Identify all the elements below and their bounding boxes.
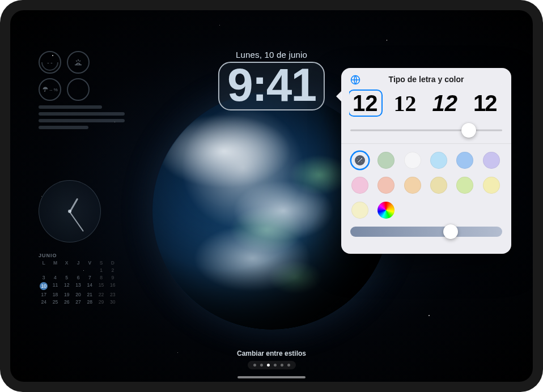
calendar-day: 24 [39, 299, 49, 305]
widget-sunrise[interactable] [67, 51, 90, 74]
style-dot[interactable] [273, 364, 276, 367]
color-dynamic-wand[interactable] [351, 152, 368, 169]
date-label: Lunes, 10 de junio [218, 50, 325, 59]
calendar-day: 20 [73, 292, 83, 297]
color-pink[interactable] [351, 177, 368, 194]
calendar-day: 1 [96, 267, 106, 273]
calendar-dow: J [73, 260, 83, 266]
umbrella-icon [42, 86, 49, 93]
calendar-day: 21 [84, 292, 95, 297]
calendar-day: 10 [39, 282, 49, 290]
clock-chip[interactable]: 9:41 [218, 62, 325, 110]
calendar-dow: D [108, 260, 118, 266]
calendar-day: 6 [73, 275, 83, 280]
calendar-day: 30 [108, 299, 118, 305]
font-row: 12121212 [349, 90, 503, 121]
globe-button[interactable] [349, 74, 362, 86]
analog-clock-widget[interactable] [39, 180, 101, 242]
font-sample-3[interactable]: 12 [470, 91, 500, 116]
lock-screen: Lunes, 10 de junio 9:41 - - -- % [10, 10, 533, 382]
color-sky[interactable] [430, 152, 447, 169]
style-dot[interactable] [266, 364, 269, 367]
calendar-dow: V [84, 260, 95, 266]
style-dot[interactable] [287, 364, 290, 367]
left-widgets: - - -- % JUNIO LMXJVSD123456789 [39, 51, 129, 305]
calendar-day: 11 [50, 282, 60, 290]
sunrise-icon [73, 57, 83, 67]
calendar-day [50, 267, 60, 273]
home-indicator[interactable] [237, 376, 306, 378]
weight-slider[interactable] [350, 123, 502, 138]
calendar-day: 28 [84, 299, 95, 305]
calendar-day [62, 267, 72, 273]
color-cream[interactable] [351, 202, 368, 219]
calendar-day: 26 [62, 299, 72, 305]
calendar-day [39, 267, 49, 273]
calendar-day: 27 [73, 299, 83, 305]
color-coral[interactable] [377, 177, 394, 194]
calendar-day [73, 267, 83, 273]
calendar-day: 29 [96, 299, 106, 305]
calendar-dow: X [62, 260, 72, 266]
color-sage[interactable] [377, 152, 394, 169]
calendar-day: 5 [62, 275, 72, 280]
calendar-day: 8 [96, 275, 106, 280]
font-sample-1[interactable]: 12 [391, 91, 420, 116]
style-dot[interactable] [260, 364, 262, 367]
calendar-day: 18 [50, 292, 60, 297]
color-swatches [349, 151, 503, 222]
calendar-day: 9 [108, 275, 118, 280]
calendar-dow: S [96, 260, 106, 266]
color-rainbow[interactable] [377, 202, 394, 219]
style-dot[interactable] [280, 364, 283, 367]
calendar-dow: M [50, 260, 60, 266]
style-switch[interactable]: Cambiar entre estilos [237, 350, 306, 369]
calendar-widget[interactable]: JUNIO LMXJVSD123456789101112131415161718… [39, 253, 118, 305]
calendar-day: 2 [108, 267, 118, 273]
ipad-frame: Lunes, 10 de junio 9:41 - - -- % [0, 0, 543, 392]
calendar-day: 4 [50, 275, 60, 280]
color-blue[interactable] [456, 152, 473, 169]
style-dot[interactable] [253, 364, 256, 367]
tint-slider[interactable] [350, 224, 502, 239]
calendar-day: 16 [108, 282, 118, 290]
clock-area: Lunes, 10 de junio 9:41 [218, 50, 325, 110]
color-lavender[interactable] [483, 152, 500, 169]
calendar-dow: L [39, 260, 49, 266]
calendar-day: 13 [73, 282, 83, 290]
calendar-day: 23 [108, 292, 118, 297]
calendar-day: 19 [62, 292, 72, 297]
calendar-day: 15 [96, 282, 106, 290]
calendar-day: 3 [39, 275, 49, 280]
font-color-popover: Tipo de letra y color 12121212 [341, 68, 511, 254]
widget-placeholder-lines [39, 105, 129, 129]
widget-precip[interactable]: -- % [39, 78, 61, 101]
color-mint[interactable] [456, 177, 473, 194]
calendar-day: 22 [96, 292, 106, 297]
style-dots [247, 361, 295, 369]
calendar-month: JUNIO [39, 253, 118, 258]
color-sand[interactable] [430, 177, 447, 194]
font-sample-0[interactable]: 12 [349, 91, 381, 116]
calendar-day: 25 [50, 299, 60, 305]
color-white[interactable] [404, 152, 421, 169]
color-peach[interactable] [404, 177, 421, 194]
calendar-day: 12 [62, 282, 72, 290]
color-butter[interactable] [483, 177, 500, 194]
wand-icon [357, 157, 363, 164]
calendar-day: 17 [39, 292, 49, 297]
calendar-day: 7 [84, 275, 95, 280]
calendar-day [84, 267, 95, 273]
widget-gauge[interactable]: - - [39, 51, 61, 74]
globe-icon [350, 74, 361, 86]
big-time: 9:41 [227, 65, 316, 105]
widget-empty[interactable] [67, 78, 90, 101]
style-switch-label: Cambiar entre estilos [237, 350, 306, 357]
popover-title: Tipo de letra y color [389, 75, 464, 84]
calendar-day: 14 [84, 282, 95, 290]
font-sample-2[interactable]: 12 [429, 91, 461, 116]
